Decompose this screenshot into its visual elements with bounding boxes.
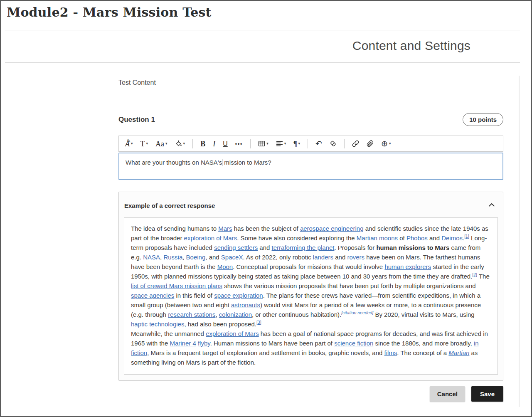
text-segment: . Human missions to Mars have been part …: [210, 340, 334, 347]
text-segment: since the 1880s, and more broadly,: [373, 340, 474, 347]
align-icon[interactable]: ▾: [272, 138, 290, 150]
save-button[interactable]: Save: [471, 386, 503, 402]
wiki-link[interactable]: Russia: [163, 254, 182, 261]
italic-button: I: [213, 140, 215, 148]
italic-button[interactable]: I: [209, 138, 219, 150]
wiki-link[interactable]: research stations: [168, 311, 215, 318]
citation-link[interactable]: [3]: [256, 320, 261, 325]
text-segment: . Proposals for: [334, 244, 376, 251]
wiki-link[interactable]: Martian: [448, 349, 469, 356]
wiki-link[interactable]: colonization: [219, 311, 252, 318]
wiki-link[interactable]: list of crewed Mars mission plans: [131, 282, 222, 289]
question-header-row: Question 1 10 points: [118, 113, 503, 126]
font-size-icon[interactable]: Aa▾: [152, 138, 171, 150]
section-header: Content and Settings: [1, 30, 531, 62]
wiki-link[interactable]: rovers: [347, 254, 365, 261]
wiki-link[interactable]: films: [384, 349, 397, 356]
more-options-button[interactable]: •••: [232, 138, 247, 150]
fill-color-icon[interactable]: ▾: [171, 138, 189, 150]
wiki-link[interactable]: human explorers: [384, 263, 431, 270]
wiki-link[interactable]: exploration of Mars: [184, 234, 237, 242]
dropdown-caret-icon: ▾: [165, 142, 167, 146]
wiki-link[interactable]: aerospace engineering: [300, 225, 364, 232]
dropdown-caret-icon: ▾: [298, 142, 300, 146]
eraser-icon[interactable]: [326, 138, 340, 150]
insert-icon: ⊕: [381, 140, 388, 148]
wiki-link[interactable]: SpaceX: [221, 254, 243, 261]
collapse-button[interactable]: [487, 200, 496, 211]
text-segment: ,: [182, 254, 186, 261]
text-segment: , Mars is a frequent target of explorati…: [147, 349, 384, 356]
text-segment: of: [398, 234, 406, 242]
text-segment: . The concept of a: [397, 349, 448, 356]
bold-button[interactable]: B: [197, 138, 209, 150]
text-segment: shows the various mission proposals that…: [222, 282, 476, 289]
wiki-link[interactable]: Mariner 4: [170, 340, 196, 347]
example-response-text: The idea of sending humans to Mars has b…: [124, 217, 498, 375]
text-segment: in this field of: [174, 292, 214, 299]
dropdown-caret-icon: ▾: [146, 142, 148, 146]
insert-icon[interactable]: ⊕▾: [377, 138, 394, 150]
cancel-button[interactable]: Cancel: [430, 386, 465, 402]
wiki-link[interactable]: sending settlers: [214, 244, 258, 251]
pen-icon: ✎: [127, 138, 131, 144]
question-text: mission to Mars?: [222, 159, 271, 166]
wiki-link[interactable]: Mars: [218, 225, 232, 232]
points-badge[interactable]: 10 points: [463, 113, 503, 126]
wiki-link[interactable]: space exploration: [214, 292, 263, 299]
link-icon[interactable]: [348, 138, 363, 150]
citation-link[interactable]: [1]: [464, 234, 469, 239]
text-segment: has been the subject of: [232, 225, 300, 232]
wiki-link[interactable]: flyby: [198, 340, 210, 347]
citation-link[interactable]: [2]: [472, 272, 477, 277]
text-segment: and: [258, 244, 271, 251]
wiki-link[interactable]: Boeing: [186, 254, 206, 261]
wiki-link[interactable]: space agencies: [131, 292, 174, 299]
dropdown-caret-icon: ▾: [266, 142, 268, 146]
question-heading: Question 1: [118, 116, 155, 124]
wiki-link[interactable]: landers: [313, 254, 333, 261]
wiki-link[interactable]: Martian moons: [357, 234, 398, 242]
wiki-link[interactable]: science fiction: [334, 340, 373, 347]
example-panel-header[interactable]: Example of a correct response: [119, 192, 503, 213]
bold-button: B: [200, 140, 205, 148]
wiki-link[interactable]: terraforming the planet: [272, 244, 335, 251]
text-segment: . As of 2022, only robotic: [243, 254, 313, 261]
text-segment: The: [477, 273, 490, 280]
wiki-link[interactable]: NASA: [143, 254, 160, 261]
dropdown-caret-icon: ▾: [284, 142, 286, 146]
underline-button[interactable]: U: [219, 138, 232, 150]
question-text-input[interactable]: What are your thoughts on NASA's mission…: [118, 153, 503, 180]
toolbar-divider: [344, 139, 345, 148]
text-segment: ,: [215, 311, 219, 318]
wiki-link[interactable]: astronauts: [231, 301, 260, 308]
wiki-link[interactable]: Deimos: [441, 234, 463, 242]
example-panel-title: Example of a correct response: [124, 202, 215, 209]
text-segment: . Conceptual proposals for missions that…: [233, 263, 384, 270]
undo-icon[interactable]: ↶: [312, 138, 326, 150]
table-icon[interactable]: ▾: [254, 138, 272, 150]
toolbar-divider: [250, 139, 251, 148]
undo-icon: ↶: [315, 140, 322, 148]
example-paragraph: The idea of sending humans to Mars has b…: [131, 224, 491, 329]
text-segment: Meanwhile, the unmanned: [131, 330, 206, 337]
dropdown-caret-icon: ▾: [183, 142, 185, 146]
scrollbar[interactable]: [519, 76, 520, 407]
text-style-icon[interactable]: A✎▾: [121, 138, 137, 150]
wiki-link[interactable]: haptic technologies: [131, 321, 184, 328]
text-segment: , and: [205, 254, 221, 261]
title-bar: Module2 - Mars Mission Test: [1, 1, 531, 30]
more-options-button: •••: [235, 141, 243, 146]
text-format-icon[interactable]: T▾: [137, 138, 152, 150]
content-area: Test Content Question 1 10 points A✎▾T▾A…: [1, 79, 531, 410]
wiki-link[interactable]: exploration of Mars: [206, 330, 259, 337]
wiki-link[interactable]: Moon: [217, 263, 233, 270]
test-content-label: Test Content: [118, 79, 503, 86]
text-segment: By 2020, virtual visits to Mars, using: [373, 311, 474, 318]
section-title: Content and Settings: [1, 39, 470, 53]
attachment-icon[interactable]: [363, 138, 377, 150]
citation-link[interactable]: [citation needed]: [341, 310, 373, 315]
wiki-link[interactable]: Phobos: [406, 234, 428, 242]
font-size-icon: Aa: [155, 140, 164, 148]
paragraph-icon[interactable]: ¶▾: [290, 138, 304, 150]
